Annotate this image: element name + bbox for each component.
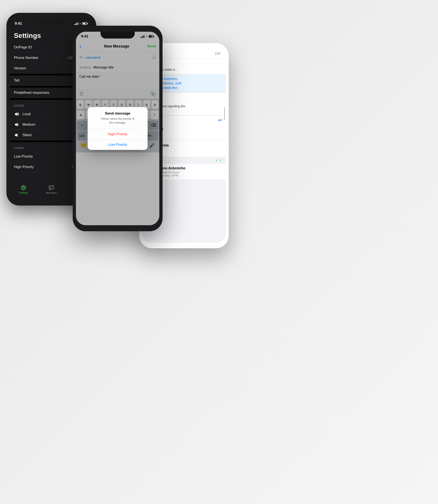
messages-tab-icon (48, 184, 54, 191)
messages-tab-label: Messages (46, 191, 57, 194)
scroll-indicator (224, 107, 225, 120)
tell-label: Tell (14, 78, 20, 83)
settings-tab-label: Settings (19, 191, 28, 194)
dialog-header: Send message Please select the priority … (88, 107, 148, 126)
medium-label: Medium (22, 123, 35, 127)
priority-dialog: Send message Please select the priority … (88, 107, 148, 150)
loud-icon (14, 112, 20, 116)
phone-label: Phone Number (14, 56, 38, 60)
svg-rect-4 (49, 186, 54, 189)
reply-icon-1: ↩ (218, 117, 222, 123)
tab-settings[interactable]: Settings (10, 184, 37, 194)
status-icons: ⌖ (74, 22, 88, 25)
bruno-name: Bruno Antoninho (157, 166, 222, 170)
high-priority-button[interactable]: High Priority (88, 129, 148, 140)
loud-label: Loud (22, 112, 31, 116)
status-time: 9:41 (15, 22, 22, 26)
version-label: Version (14, 66, 26, 70)
message-screen: 9:41 ⌖ ‹ New Message Send (76, 32, 159, 225)
low-priority-label: Low Priority (14, 154, 33, 159)
battery-icon (82, 22, 88, 25)
contacts-count: 100 . (214, 52, 222, 56)
bruno-body: Bruno Antoninho OnPage Id: bruno Yesterd… (157, 166, 222, 177)
svg-marker-2 (15, 133, 18, 137)
silent-label: Silent (22, 133, 32, 137)
dialog-title: Send message (91, 111, 144, 116)
silent-icon (14, 133, 20, 137)
notch (34, 19, 68, 26)
signal-icon (74, 22, 78, 25)
wifi-icon: ⌖ (79, 22, 81, 25)
low-priority-button[interactable]: Low Priority (88, 140, 148, 150)
settings-tab-icon (21, 184, 26, 191)
svg-marker-1 (15, 123, 18, 126)
svg-point-3 (23, 187, 24, 188)
bruno-id: OnPage Id: bruno (157, 171, 222, 174)
dialog-overlay: Send message Please select the priority … (76, 32, 159, 225)
bruno-time: Yesterday, 10PM (157, 174, 222, 177)
svg-marker-0 (15, 112, 18, 116)
phone-new-message: 9:41 ⌖ ‹ New Message Send (73, 26, 163, 231)
high-priority-label: High Priority (14, 165, 34, 169)
dialog-subtitle: Please select the priority ofthis messag… (91, 117, 144, 125)
predefined-label: Predefined responses (14, 91, 49, 95)
onpage-id-label: OnPage ID (14, 45, 32, 49)
medium-icon (14, 123, 20, 126)
tab-messages[interactable]: Messages (37, 184, 65, 194)
